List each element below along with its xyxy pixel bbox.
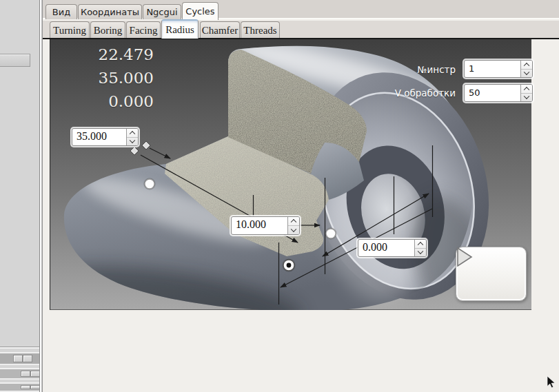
tab-chamfer[interactable]: Chamfer [200, 21, 240, 39]
run-cycle-button[interactable] [456, 247, 527, 301]
spin-down-button[interactable] [127, 137, 138, 146]
tab-label: Boring [94, 25, 123, 37]
radio-end-point-selected[interactable] [283, 259, 296, 272]
spin-down-button[interactable] [521, 93, 532, 102]
drag-handle-diamond[interactable] [142, 141, 150, 149]
chevron-down-icon [524, 94, 529, 99]
radio-start-point[interactable] [144, 178, 156, 190]
length-spinbox[interactable]: 35.000 [72, 128, 139, 146]
tab-label: Threads [243, 25, 276, 37]
spin-up-button[interactable] [521, 61, 532, 69]
chevron-up-icon [524, 63, 529, 68]
spin-down-button[interactable] [288, 225, 299, 234]
tab-label: Turning [53, 25, 86, 37]
speed-label: V обработки [373, 87, 456, 99]
width-spinbox[interactable]: 10.000 [231, 216, 300, 235]
h-scrollbar-2[interactable] [0, 368, 39, 380]
scrollbar-button[interactable] [21, 371, 30, 377]
application-window: Вид Координаты Ngcgui Cycles Turning Bor… [0, 0, 559, 392]
page-border [43, 38, 559, 39]
panel-tab-button[interactable] [0, 54, 30, 67]
tool-number-value[interactable]: 1 [465, 61, 520, 77]
chevron-up-icon [524, 87, 529, 92]
tab-label: Cycles [185, 6, 214, 17]
drag-handle-diamond[interactable] [130, 147, 139, 155]
dro-readout: 22.479 35.000 0.000 [68, 43, 154, 113]
offset-spinbox[interactable]: 0.000 [358, 239, 427, 257]
play-icon [456, 247, 473, 267]
dro-value-z: 35.000 [68, 66, 154, 90]
chevron-up-icon [130, 131, 135, 136]
tool-number-spinbox[interactable]: 1 [464, 60, 533, 78]
left-side-panel [0, 0, 39, 392]
chevron-up-icon [291, 219, 296, 225]
tab-vid[interactable]: Вид [45, 4, 77, 19]
pane-splitter[interactable] [39, 0, 43, 392]
h-scrollbar-1[interactable] [0, 352, 39, 365]
spin-down-button[interactable] [521, 69, 532, 78]
chevron-down-icon [291, 226, 296, 231]
tab-label: Facing [130, 25, 158, 37]
spin-up-button[interactable] [288, 217, 299, 225]
spin-up-button[interactable] [521, 85, 532, 93]
viewport-3d[interactable]: 22.479 35.000 0.000 35.000 10.000 0.000 … [50, 39, 531, 310]
length-value[interactable]: 35.000 [72, 129, 126, 145]
mouse-cursor-icon [547, 376, 556, 389]
chevron-down-icon [524, 70, 529, 75]
chevron-down-icon [130, 138, 135, 143]
spin-up-button[interactable] [415, 240, 426, 248]
scrollbar-button[interactable] [23, 355, 32, 362]
width-value[interactable]: 10.000 [232, 217, 287, 234]
chevron-up-icon [418, 242, 423, 247]
tab-ngcgui[interactable]: Ngcgui [143, 4, 181, 19]
tab-label: Radius [165, 24, 194, 36]
scrollbar-button[interactable] [21, 385, 30, 389]
dro-value-x: 22.479 [68, 43, 154, 66]
scrollbar-button[interactable] [30, 385, 39, 389]
tab-label: Координаты [81, 7, 139, 17]
chevron-down-icon [418, 249, 423, 254]
tab-koordinaty[interactable]: Координаты [78, 4, 142, 19]
scrollbar-button[interactable] [13, 355, 23, 362]
tab-label: Ngcgui [146, 7, 177, 17]
panel-divider [0, 347, 39, 349]
tab-label: Chamfer [202, 25, 238, 37]
tab-facing[interactable]: Facing [126, 21, 161, 39]
radio-mid-point[interactable] [325, 228, 337, 240]
tab-boring[interactable]: Boring [90, 21, 125, 39]
spin-down-button[interactable] [415, 248, 426, 257]
tab-label: Вид [52, 7, 70, 17]
tab-turning[interactable]: Turning [50, 21, 90, 39]
speed-spinbox[interactable]: 50 [464, 84, 533, 102]
scrollbar-button[interactable] [30, 371, 39, 377]
speed-value[interactable]: 50 [465, 85, 520, 101]
tab-cycles[interactable]: Cycles [182, 2, 218, 20]
tab-radius[interactable]: Radius [161, 19, 199, 39]
tool-number-label: №инстр [387, 64, 456, 75]
tab-threads[interactable]: Threads [241, 21, 280, 39]
offset-value[interactable]: 0.000 [358, 240, 414, 256]
spin-up-button[interactable] [127, 129, 138, 137]
dro-value-f: 0.000 [68, 90, 154, 113]
h-scrollbar-3[interactable] [0, 382, 39, 392]
